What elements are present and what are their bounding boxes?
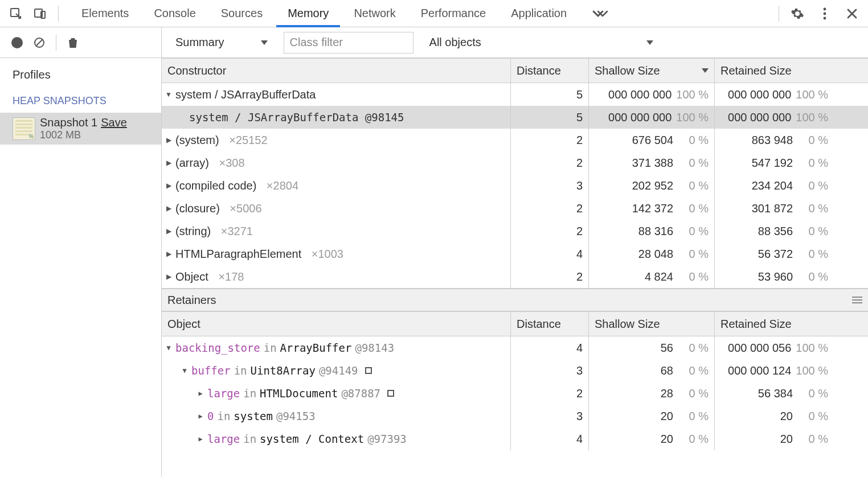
inspect-icon[interactable] (8, 6, 24, 22)
retainers-section-header[interactable]: Retainers (162, 289, 868, 311)
tab-console[interactable]: Console (141, 0, 208, 27)
shallow-pct: 0 % (678, 433, 709, 446)
constructor-name: HTMLParagraphElement (175, 248, 301, 261)
constructor-row[interactable]: HTMLParagraphElement ×1003428 0480 %56 3… (162, 242, 868, 265)
instance-count: ×5006 (230, 202, 261, 215)
constructor-row[interactable]: (array) ×3082371 3880 %547 1920 % (162, 151, 868, 174)
tree-toggle-icon[interactable] (165, 204, 172, 212)
memory-toolbar: Summary All objects (0, 27, 868, 58)
tree-toggle-icon[interactable] (165, 344, 172, 352)
retainers-title: Retainers (167, 294, 216, 307)
constructor-name: (array) (175, 157, 209, 170)
dom-node-icon (387, 390, 394, 397)
retainer-row[interactable]: buffer in Uint8Array @941493680 %000 000… (162, 359, 868, 382)
shallow-pct: 0 % (678, 202, 709, 215)
retainer-prop: large (207, 433, 240, 445)
col-retained-ret[interactable]: Retained Size (720, 318, 792, 331)
tab-sources[interactable]: Sources (208, 0, 275, 27)
record-button[interactable] (11, 37, 23, 48)
col-distance[interactable]: Distance (517, 64, 561, 77)
constructor-row[interactable]: (string) ×3271288 3160 %88 3560 % (162, 220, 868, 242)
retainer-row[interactable]: backing_store in ArrayBuffer @981434560 … (162, 336, 868, 359)
shallow-cell: 371 388 (632, 157, 673, 170)
retained-cell: 56 372 (758, 248, 793, 261)
constructor-name: system / JSArrayBufferData @98145 (189, 111, 404, 124)
distance-cell: 4 (511, 336, 589, 359)
distance-cell: 5 (511, 106, 589, 129)
close-icon[interactable] (844, 6, 860, 22)
tree-toggle-icon[interactable] (197, 435, 204, 443)
separator (779, 6, 779, 22)
shallow-cell: 20 (661, 433, 673, 446)
retainer-prop: 0 (207, 410, 214, 422)
tree-toggle-icon[interactable] (165, 273, 172, 281)
tab-performance[interactable]: Performance (408, 0, 499, 27)
tree-toggle-icon[interactable] (165, 159, 172, 167)
col-shallow-ret[interactable]: Shallow Size (595, 318, 660, 331)
heap-snapshots-heading: HEAP SNAPSHOTS (0, 93, 161, 113)
retained-pct: 0 % (797, 202, 828, 215)
shallow-cell: 20 (661, 410, 673, 423)
tab-application[interactable]: Application (498, 0, 579, 27)
tree-toggle-icon[interactable] (165, 250, 172, 258)
class-filter-input[interactable] (284, 32, 413, 54)
constructor-row[interactable]: (closure) ×50062142 3720 %301 8720 % (162, 197, 868, 220)
tree-toggle-icon[interactable] (197, 412, 204, 420)
retained-cell: 000 000 124 (728, 364, 791, 377)
col-constructor[interactable]: Constructor (167, 64, 226, 77)
retainer-row[interactable]: large in system / Context @973934200 %20… (162, 427, 868, 450)
objects-scope-label: All objects (429, 36, 481, 49)
constructor-row[interactable]: system / JSArrayBufferData5000 000 00010… (162, 83, 868, 106)
retained-pct: 0 % (797, 433, 828, 446)
objects-scope-select[interactable]: All objects (424, 34, 659, 51)
shallow-pct: 0 % (678, 410, 709, 423)
shallow-cell: 56 (661, 342, 673, 355)
distance-cell: 3 (511, 174, 589, 197)
constructor-row[interactable]: (system) ×251522676 5040 %863 9480 % (162, 129, 868, 151)
shallow-pct: 100 % (676, 88, 709, 101)
snapshot-save-link[interactable]: Save (101, 116, 127, 129)
settings-icon[interactable] (789, 6, 805, 22)
gc-icon[interactable] (67, 36, 79, 49)
tree-toggle-icon[interactable] (181, 367, 188, 375)
clear-icon[interactable] (33, 36, 46, 49)
more-icon[interactable] (817, 6, 833, 22)
retainer-prop: backing_store (175, 342, 260, 354)
col-shallow[interactable]: Shallow Size (595, 64, 660, 77)
snapshot-item[interactable]: % Snapshot 1 Save 1002 MB (0, 113, 161, 145)
retainer-row[interactable]: large in HTMLDocument @878872280 %56 384… (162, 382, 868, 405)
constructor-row[interactable]: Object ×17824 8240 %53 9600 % (162, 265, 868, 288)
device-toggle-icon[interactable] (32, 6, 48, 22)
view-select[interactable]: Summary (170, 34, 273, 51)
distance-cell: 2 (511, 382, 589, 405)
tree-toggle-icon[interactable] (197, 389, 204, 397)
constructor-name: (closure) (175, 202, 220, 215)
tree-toggle-icon[interactable] (165, 136, 172, 144)
constructor-row[interactable]: system / JSArrayBufferData @981455000 00… (162, 106, 868, 129)
col-object[interactable]: Object (167, 318, 200, 331)
shallow-pct: 0 % (678, 387, 709, 400)
tree-toggle-icon[interactable] (165, 91, 172, 98)
tab-network[interactable]: Network (341, 0, 408, 27)
col-retained[interactable]: Retained Size (720, 64, 792, 77)
constructor-row[interactable]: (compiled code) ×28043202 9520 %234 2040… (162, 174, 868, 197)
retainer-type: Uint8Array (251, 364, 316, 377)
retainer-id: @94153 (276, 410, 316, 422)
menu-icon[interactable] (852, 297, 862, 303)
shallow-cell: 28 048 (638, 248, 673, 261)
retainer-row[interactable]: 0 in system @941533200 %200 % (162, 405, 868, 427)
tab-overflow[interactable] (579, 0, 621, 27)
retained-cell: 000 000 000 (728, 111, 791, 124)
tab-elements[interactable]: Elements (69, 0, 141, 27)
shallow-pct: 0 % (678, 342, 709, 355)
tree-toggle-icon[interactable] (165, 182, 172, 190)
shallow-pct: 0 % (678, 157, 709, 170)
tree-toggle-icon[interactable] (165, 227, 172, 235)
chevron-down-icon (646, 40, 653, 45)
tab-memory[interactable]: Memory (275, 0, 341, 27)
retained-cell: 863 948 (752, 134, 793, 147)
col-distance-ret[interactable]: Distance (517, 318, 561, 331)
shallow-cell: 202 952 (632, 179, 673, 192)
retained-pct: 0 % (797, 387, 828, 400)
constructor-name: (compiled code) (175, 179, 256, 192)
